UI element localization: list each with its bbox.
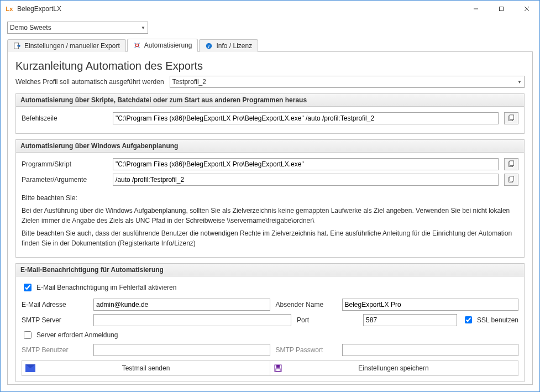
app-icon: Lx (5, 4, 14, 13)
smtp-user-label: SMTP Benutzer (22, 346, 88, 354)
copy-icon (507, 160, 515, 168)
info-icon: i (205, 42, 213, 50)
server-auth-label: Server erfordert Anmeldung (36, 331, 118, 339)
close-icon (524, 6, 529, 12)
app-window: Lx BelegExportLX Demo Sweets ▼ Einstellu… (0, 0, 540, 392)
minimize-button[interactable] (463, 1, 489, 17)
maximize-icon (499, 6, 504, 12)
program-input[interactable] (113, 158, 499, 170)
company-dropdown[interactable]: Demo Sweets ▼ (7, 22, 148, 34)
smtp-server-input[interactable] (93, 314, 291, 326)
copy-program-button[interactable] (504, 158, 518, 170)
profile-label: Welches Profil soll automatisch ausgefüh… (15, 78, 164, 86)
action-bar: Testmail senden Einstellungen speichern (22, 360, 518, 376)
chevron-down-icon: ▼ (141, 25, 145, 30)
note-unc: Bei der Ausführung über die Windows Aufg… (22, 206, 518, 226)
window-title: BelegExportLX (17, 5, 463, 13)
close-button[interactable] (514, 1, 539, 17)
smtp-user-input[interactable] (93, 344, 270, 356)
section-body-email: E-Mail Benachrichtigung im Fehlerfall ak… (15, 276, 525, 382)
ssl-checkbox[interactable] (465, 316, 472, 323)
server-auth-checkbox[interactable] (24, 331, 32, 339)
save-icon (274, 364, 282, 373)
note-rights: Bitte beachten Sie auch, dass der ausfüh… (22, 229, 518, 248)
command-line-input[interactable] (113, 112, 499, 124)
email-address-label: E-Mail Adresse (22, 301, 88, 309)
minimize-icon (473, 6, 479, 12)
section-body-task: Programm/Skript Parameter/Argumente Bitt… (15, 153, 525, 258)
enable-email-checkbox[interactable] (24, 284, 32, 291)
tab-bar: Einstellungen / manueller Export Automat… (7, 38, 533, 52)
copy-parameter-button[interactable] (504, 174, 518, 186)
program-label: Programm/Skript (22, 160, 107, 168)
svg-rect-9 (510, 115, 513, 120)
profile-dropdown-value: Testprofil_2 (172, 78, 206, 86)
page-title: Kurzanleitung Automation des Exports (15, 60, 525, 72)
svg-rect-11 (510, 161, 513, 166)
tab-info-license[interactable]: i Info / Lizenz (199, 39, 258, 52)
enable-email-label: E-Mail Benachrichtigung im Fehlerfall ak… (36, 284, 176, 291)
parameter-label: Parameter/Argumente (22, 176, 107, 184)
svg-rect-13 (510, 176, 513, 181)
profile-row: Welches Profil soll automatisch ausgefüh… (15, 76, 525, 88)
gear-arrows-icon (133, 41, 141, 49)
ssl-label: SSL benutzen (477, 316, 518, 324)
copy-icon (507, 176, 515, 184)
tab-label: Einstellungen / manueller Export (24, 42, 120, 50)
svg-rect-1 (500, 7, 504, 11)
toolbar: Demo Sweets ▼ (1, 17, 539, 34)
testmail-button-label: Testmail senden (44, 364, 248, 372)
document-export-icon (13, 42, 21, 50)
smtp-server-label: SMTP Server (22, 316, 88, 324)
testmail-button[interactable]: Testmail senden (22, 361, 270, 375)
svg-rect-15 (276, 365, 280, 368)
title-bar: Lx BelegExportLX (1, 1, 539, 17)
section-header-script: Automatisierung über Skripte, Batchdatei… (15, 93, 525, 107)
email-address-input[interactable] (93, 299, 270, 311)
profile-dropdown[interactable]: Testprofil_2 ▼ (170, 76, 525, 88)
parameter-input[interactable] (113, 174, 499, 186)
svg-point-5 (135, 44, 138, 46)
section-body-script: Befehlszeile (15, 107, 525, 134)
maximize-button[interactable] (489, 1, 514, 17)
tab-automation[interactable]: Automatisierung (127, 39, 198, 52)
company-dropdown-value: Demo Sweets (10, 24, 51, 32)
command-line-label: Befehlszeile (22, 114, 107, 122)
smtp-password-input[interactable] (342, 344, 519, 356)
sender-name-label: Absender Name (276, 301, 337, 309)
save-settings-button-label: Einstellungen speichern (291, 364, 496, 372)
smtp-password-label: SMTP Passwort (276, 346, 337, 354)
content-panel: Kurzanleitung Automation des Exports Wel… (7, 52, 533, 385)
copy-command-button[interactable] (504, 112, 518, 124)
save-settings-button[interactable]: Einstellungen speichern (270, 361, 518, 375)
copy-icon (507, 114, 515, 122)
sender-name-input[interactable] (342, 299, 519, 311)
section-header-email: E-Mail-Benachrichtigung für Automatisier… (15, 263, 525, 276)
section-header-task: Automatisierung über Windows Aufgabenpla… (15, 139, 525, 153)
chevron-down-icon: ▼ (517, 80, 522, 85)
port-input[interactable] (363, 314, 457, 326)
tab-settings-manual-export[interactable]: Einstellungen / manueller Export (7, 39, 126, 52)
tab-label: Info / Lizenz (216, 42, 252, 50)
port-label: Port (297, 316, 358, 324)
note-head: Bitte beachten Sie: (22, 194, 518, 203)
mail-icon (25, 364, 35, 372)
tab-label: Automatisierung (144, 41, 192, 49)
